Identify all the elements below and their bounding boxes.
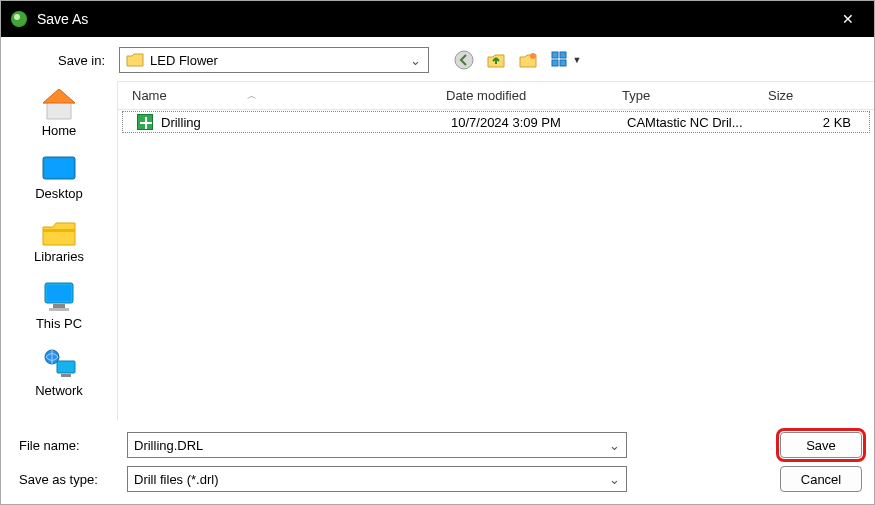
- column-header-name[interactable]: Name ︿: [118, 88, 440, 103]
- cancel-button[interactable]: Cancel: [780, 466, 862, 492]
- folder-icon: [126, 53, 144, 67]
- file-date: 10/7/2024 3:09 PM: [445, 115, 621, 130]
- svg-rect-12: [49, 308, 69, 311]
- new-folder-button[interactable]: [515, 48, 541, 72]
- places-bar: Home Desktop Libraries: [1, 81, 117, 420]
- address-bar-row: Save in: LED Flower ⌄: [1, 37, 874, 81]
- views-icon: [551, 51, 571, 69]
- filename-combo[interactable]: Drilling.DRL ⌄: [127, 432, 627, 458]
- place-label: Network: [9, 383, 109, 398]
- place-label: Home: [9, 123, 109, 138]
- file-name: Drilling: [161, 115, 201, 130]
- filename-value: Drilling.DRL: [134, 438, 609, 453]
- dialog-content: Save in: LED Flower ⌄: [1, 37, 874, 505]
- file-row[interactable]: Drilling 10/7/2024 3:09 PM CAMtastic NC …: [122, 111, 870, 133]
- chevron-down-icon: ⌄: [406, 53, 424, 68]
- file-list-pane: Name ︿ Date modified Type Size Drilling …: [117, 81, 874, 420]
- body-row: Home Desktop Libraries: [1, 81, 874, 420]
- column-label: Name: [132, 88, 167, 103]
- svg-rect-5: [560, 60, 566, 66]
- place-home[interactable]: Home: [9, 83, 109, 144]
- new-folder-icon: [518, 50, 538, 70]
- folder-dropdown[interactable]: LED Flower ⌄: [119, 47, 429, 73]
- svg-point-0: [455, 51, 473, 69]
- app-icon: [11, 11, 27, 27]
- svg-rect-2: [552, 52, 558, 58]
- chevron-down-icon: ⌄: [609, 438, 620, 453]
- save-button[interactable]: Save: [780, 432, 862, 458]
- place-label: Desktop: [9, 186, 109, 201]
- file-size: 2 KB: [767, 115, 869, 130]
- button-label: Save: [806, 438, 836, 453]
- place-libraries[interactable]: Libraries: [9, 213, 109, 270]
- column-header-type[interactable]: Type: [616, 88, 762, 103]
- network-icon: [39, 347, 79, 381]
- column-headers: Name ︿ Date modified Type Size: [118, 82, 874, 110]
- chevron-down-icon: ⌄: [609, 472, 620, 487]
- file-type: CAMtastic NC Dril...: [621, 115, 767, 130]
- up-folder-icon: [486, 50, 506, 70]
- title-bar: Save As ✕: [1, 1, 874, 37]
- save-in-label: Save in:: [11, 53, 111, 68]
- svg-rect-10: [47, 285, 71, 301]
- svg-rect-3: [560, 52, 566, 58]
- back-icon: [454, 50, 474, 70]
- views-button[interactable]: ▼: [547, 48, 585, 72]
- bottom-panel: File name: Drilling.DRL ⌄ Save Save as t…: [1, 420, 874, 505]
- svg-rect-11: [53, 304, 65, 308]
- close-button[interactable]: ✕: [826, 1, 870, 37]
- filename-label: File name:: [13, 438, 117, 453]
- sort-indicator-icon: ︿: [247, 89, 257, 103]
- place-desktop[interactable]: Desktop: [9, 150, 109, 207]
- thispc-icon: [39, 280, 79, 314]
- nav-toolbar: ▼: [451, 48, 585, 72]
- svg-point-1: [530, 53, 536, 59]
- home-icon: [39, 87, 79, 121]
- back-button[interactable]: [451, 48, 477, 72]
- savetype-value: Drill files (*.drl): [134, 472, 609, 487]
- libraries-icon: [39, 217, 79, 247]
- svg-rect-4: [552, 60, 558, 66]
- file-type-icon: [137, 114, 153, 130]
- desktop-icon: [39, 154, 79, 184]
- window-title: Save As: [37, 11, 826, 27]
- button-label: Cancel: [801, 472, 841, 487]
- svg-rect-7: [45, 159, 73, 177]
- close-icon: ✕: [842, 11, 854, 27]
- place-label: Libraries: [9, 249, 109, 264]
- current-folder-name: LED Flower: [150, 53, 400, 68]
- up-one-level-button[interactable]: [483, 48, 509, 72]
- place-label: This PC: [9, 316, 109, 331]
- column-header-date[interactable]: Date modified: [440, 88, 616, 103]
- savetype-combo[interactable]: Drill files (*.drl) ⌄: [127, 466, 627, 492]
- svg-rect-15: [61, 374, 71, 377]
- column-header-size[interactable]: Size: [762, 88, 874, 103]
- place-thispc[interactable]: This PC: [9, 276, 109, 337]
- svg-rect-8: [43, 229, 75, 232]
- svg-rect-14: [57, 361, 75, 373]
- place-network[interactable]: Network: [9, 343, 109, 404]
- chevron-down-icon: ▼: [573, 55, 582, 65]
- savetype-label: Save as type:: [13, 472, 117, 487]
